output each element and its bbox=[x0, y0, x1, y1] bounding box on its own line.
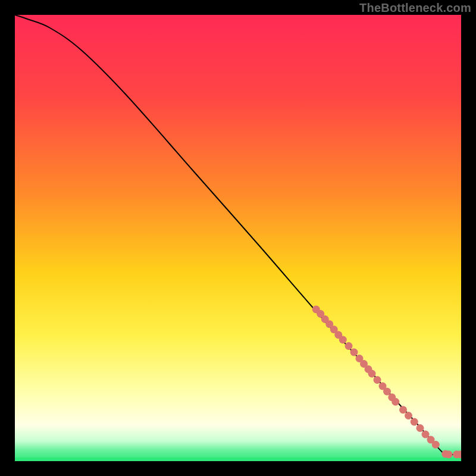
data-dot bbox=[345, 342, 353, 350]
chart-stage: TheBottleneck.com bbox=[0, 0, 476, 476]
data-dot bbox=[411, 418, 418, 426]
data-dot bbox=[392, 398, 399, 406]
data-dot bbox=[368, 370, 376, 378]
plot-svg bbox=[15, 15, 461, 461]
data-dot bbox=[350, 349, 358, 356]
watermark-text: TheBottleneck.com bbox=[359, 1, 471, 15]
data-dot bbox=[445, 450, 453, 458]
data-dot bbox=[432, 441, 440, 449]
data-dot bbox=[399, 406, 407, 414]
plot-area bbox=[15, 15, 461, 461]
data-dot bbox=[374, 376, 381, 384]
data-dot bbox=[416, 424, 424, 432]
data-dot bbox=[339, 336, 347, 344]
bottom-green-band bbox=[15, 458, 461, 461]
data-dot bbox=[405, 412, 412, 419]
